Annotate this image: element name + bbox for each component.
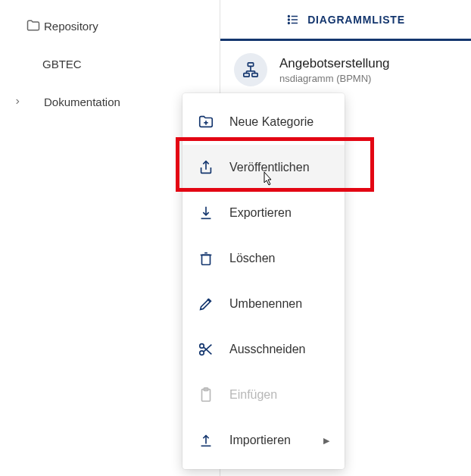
svg-rect-8: [252, 74, 257, 77]
scissors-icon: [198, 341, 219, 358]
menu-item-import[interactable]: Importieren ▶: [182, 418, 345, 463]
menu-label: Exportieren: [229, 206, 292, 220]
menu-label: Importieren: [229, 434, 291, 447]
menu-label: Löschen: [229, 252, 276, 265]
tree-item-gbtec[interactable]: GBTEC: [0, 47, 220, 80]
menu-item-publish[interactable]: Veröffentlichen: [182, 145, 345, 190]
diagram-type-icon: [234, 53, 267, 86]
menu-item-export[interactable]: Exportieren: [182, 190, 345, 236]
menu-label: Neue Kategorie: [229, 115, 313, 129]
svg-point-4: [289, 19, 290, 20]
upload-icon: [198, 432, 219, 449]
share-icon: [198, 159, 219, 176]
diagram-info: Angebotserstellung nsdiagramm (BPMN): [279, 56, 390, 84]
svg-point-3: [289, 15, 290, 17]
menu-label: Umbenennen: [229, 297, 302, 311]
svg-rect-19: [202, 255, 211, 265]
menu-label: Ausschneiden: [229, 343, 306, 356]
tree-label: Dokumentation: [44, 96, 120, 108]
folder-icon: [26, 18, 44, 33]
tree-label: Repository: [44, 20, 98, 33]
tree-label: GBTEC: [42, 58, 82, 70]
menu-label: Veröffentlichen: [229, 161, 310, 174]
menu-item-new-category[interactable]: Neue Kategorie: [182, 99, 345, 145]
context-menu: Neue Kategorie Veröffentlichen Exportier…: [182, 93, 345, 469]
trash-icon: [198, 250, 219, 267]
menu-item-cut[interactable]: Ausschneiden: [182, 327, 345, 372]
list-icon: [286, 13, 300, 27]
menu-label: Einfügen: [229, 388, 277, 402]
svg-point-5: [289, 22, 290, 23]
diagram-row[interactable]: Angebotserstellung nsdiagramm (BPMN): [220, 41, 471, 99]
menu-item-rename[interactable]: Umbenennen: [182, 281, 345, 327]
download-icon: [198, 205, 219, 221]
clipboard-icon: [198, 387, 219, 403]
svg-rect-7: [244, 74, 249, 77]
tab-diagrammliste[interactable]: DIAGRAMMLISTE: [220, 0, 471, 41]
tree-item-repository[interactable]: Repository: [0, 9, 220, 42]
diagram-title: Angebotserstellung: [279, 56, 390, 71]
diagram-subtitle: nsdiagramm (BPMN): [279, 73, 390, 84]
chevron-right-icon: ▶: [323, 436, 329, 446]
chevron-right-icon: [14, 98, 26, 105]
menu-item-delete[interactable]: Löschen: [182, 236, 345, 281]
tab-label: DIAGRAMMLISTE: [307, 14, 405, 26]
svg-rect-6: [248, 63, 253, 67]
menu-item-paste: Einfügen: [182, 372, 345, 418]
pencil-icon: [198, 296, 219, 312]
folder-plus-icon: [198, 114, 219, 130]
